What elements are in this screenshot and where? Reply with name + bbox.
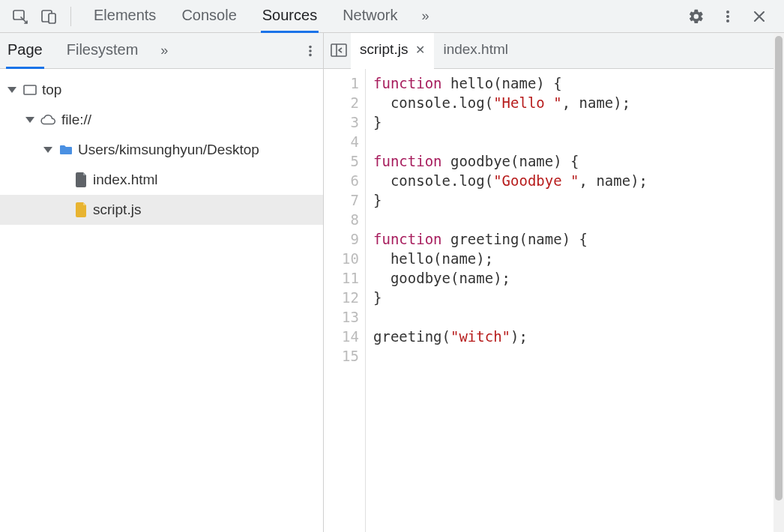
line-number: 12	[324, 288, 359, 307]
device-toggle-icon[interactable]	[34, 2, 63, 31]
devtools-toolbar: Elements Console Sources Network »	[0, 0, 784, 33]
code-line[interactable]	[373, 346, 648, 366]
editor-tabs: script.js ✕ index.html	[324, 33, 774, 69]
line-number: 7	[324, 190, 359, 210]
tree-node-top[interactable]: top	[0, 75, 323, 105]
line-number: 15	[324, 346, 359, 366]
more-tabs-icon[interactable]: »	[422, 8, 429, 24]
code-line[interactable]: function hello(name) {	[373, 73, 648, 93]
svg-rect-9	[24, 85, 36, 94]
code-line[interactable]: }	[373, 190, 648, 210]
tab-console[interactable]: Console	[180, 0, 238, 33]
file-tab-label: script.js	[360, 41, 408, 58]
svg-rect-2	[49, 13, 55, 23]
vertical-scrollbar[interactable]	[774, 33, 784, 532]
line-number: 4	[324, 132, 359, 151]
scrollbar-thumb[interactable]	[775, 36, 783, 501]
close-devtools-icon[interactable]	[745, 2, 774, 31]
tab-sources[interactable]: Sources	[261, 0, 319, 33]
code-line[interactable]: greeting("witch");	[373, 327, 648, 346]
line-number: 14	[324, 327, 359, 346]
code-line[interactable]: }	[373, 288, 648, 307]
tree-label: top	[42, 82, 61, 98]
kebab-menu-icon[interactable]	[714, 2, 742, 31]
toggle-navigator-icon[interactable]	[328, 40, 351, 62]
line-number: 13	[324, 307, 359, 327]
toolbar-right	[682, 2, 778, 31]
navigator-tab-page[interactable]: Page	[6, 33, 44, 69]
tree-label: index.html	[93, 172, 158, 188]
frame-icon	[22, 82, 37, 97]
line-number: 6	[324, 171, 359, 190]
tab-network[interactable]: Network	[341, 0, 399, 33]
line-number: 11	[324, 268, 359, 288]
navigator-pane: Page Filesystem » top file:// User	[0, 33, 324, 532]
svg-point-4	[726, 15, 729, 18]
code-line[interactable]	[373, 210, 648, 229]
tree-node-folder[interactable]: Users/kimsunghyun/Desktop	[0, 135, 323, 165]
tree-label: file://	[61, 112, 91, 128]
folder-icon	[58, 142, 73, 157]
line-number-gutter: 123456789101112131415	[324, 69, 366, 532]
tree-node-origin[interactable]: file://	[0, 105, 323, 135]
code-line[interactable]: console.log("Goodbye ", name);	[373, 171, 648, 190]
tree-node-script-js[interactable]: script.js	[0, 195, 323, 225]
navigator-kebab-icon[interactable]	[304, 44, 317, 58]
line-number: 8	[324, 210, 359, 229]
code-line[interactable]	[373, 307, 648, 327]
code-line[interactable]: goodbye(name);	[373, 268, 648, 288]
file-tree: top file:// Users/kimsunghyun/Desktop in…	[0, 69, 323, 225]
close-tab-icon[interactable]: ✕	[415, 43, 425, 57]
line-number: 3	[324, 112, 359, 132]
line-number: 9	[324, 229, 359, 249]
svg-point-6	[309, 45, 312, 48]
tab-elements[interactable]: Elements	[92, 0, 157, 33]
navigator-tab-filesystem[interactable]: Filesystem	[65, 33, 140, 69]
tree-label: Users/kimsunghyun/Desktop	[78, 142, 259, 158]
editor-pane: script.js ✕ index.html 12345678910111213…	[324, 33, 784, 532]
disclosure-triangle-icon[interactable]	[7, 87, 16, 93]
cloud-icon	[40, 112, 57, 128]
code-content[interactable]: function hello(name) { console.log("Hell…	[366, 69, 648, 532]
disclosure-triangle-icon[interactable]	[43, 147, 52, 153]
tree-node-index-html[interactable]: index.html	[0, 165, 323, 195]
separator	[70, 7, 71, 26]
code-line[interactable]: console.log("Hello ", name);	[373, 93, 648, 112]
inspect-icon[interactable]	[6, 2, 34, 31]
line-number: 1	[324, 73, 359, 93]
line-number: 2	[324, 93, 359, 112]
settings-gear-icon[interactable]	[682, 2, 711, 31]
code-line[interactable]: hello(name);	[373, 249, 648, 268]
file-tab-script-js[interactable]: script.js ✕	[351, 33, 434, 69]
code-line[interactable]: }	[373, 112, 648, 132]
navigator-tabs: Page Filesystem »	[0, 33, 323, 69]
more-navigator-tabs-icon[interactable]: »	[160, 43, 168, 58]
code-line[interactable]	[373, 132, 648, 151]
file-tab-label: index.html	[443, 41, 508, 58]
tree-label: script.js	[93, 202, 141, 218]
file-tab-index-html[interactable]: index.html	[434, 33, 517, 69]
svg-point-3	[726, 10, 729, 13]
disclosure-triangle-icon[interactable]	[25, 117, 34, 123]
svg-point-8	[309, 53, 312, 56]
svg-point-5	[726, 19, 729, 22]
code-line[interactable]: function goodbye(name) {	[373, 151, 648, 171]
code-line[interactable]: function greeting(name) {	[373, 229, 648, 249]
main-body: Page Filesystem » top file:// User	[0, 33, 784, 532]
panel-tabs: Elements Console Sources Network »	[79, 0, 682, 33]
js-file-icon	[75, 202, 88, 217]
code-editor[interactable]: 123456789101112131415 function hello(nam…	[324, 69, 774, 532]
svg-point-7	[309, 49, 312, 52]
document-icon	[75, 172, 88, 187]
line-number: 5	[324, 151, 359, 171]
line-number: 10	[324, 249, 359, 268]
